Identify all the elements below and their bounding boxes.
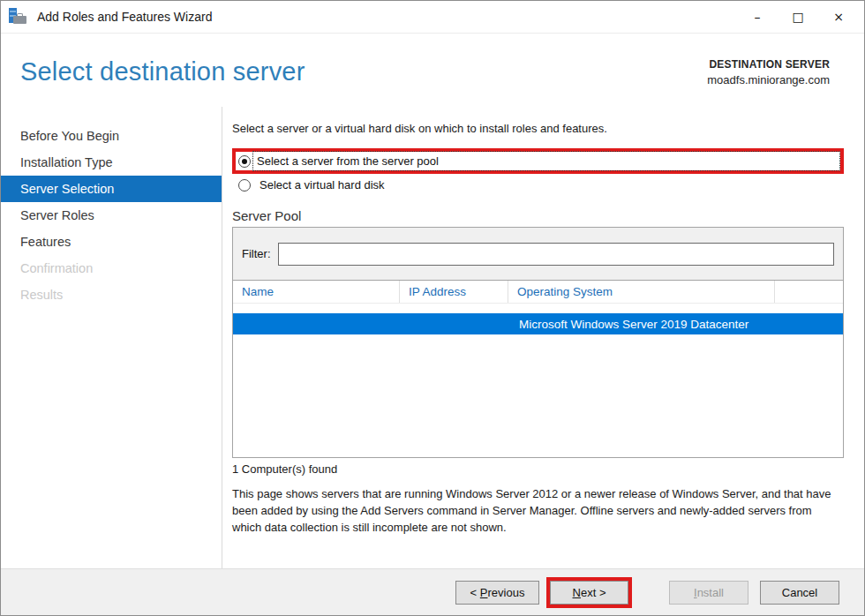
sidebar-item-confirmation: Confirmation xyxy=(1,255,222,282)
row-operating-system: Microsoft Windows Server 2019 Datacenter xyxy=(508,318,843,331)
minimize-button[interactable]: – xyxy=(737,1,778,33)
filter-label: Filter: xyxy=(242,247,271,260)
filter-input[interactable] xyxy=(278,243,835,266)
server-pool-title: Server Pool xyxy=(232,208,844,223)
server-pool-table[interactable]: Name IP Address Operating System Microso… xyxy=(232,280,844,458)
table-header-row: Name IP Address Operating System xyxy=(233,281,843,304)
destination-server-name: moadfs.miniorange.com xyxy=(707,73,830,86)
sidebar-item-results: Results xyxy=(1,282,222,308)
window-title: Add Roles and Features Wizard xyxy=(37,10,212,24)
page-note-text: This page shows servers that are running… xyxy=(232,485,844,536)
computers-found-text: 1 Computer(s) found xyxy=(232,462,844,476)
next-button[interactable]: Next > xyxy=(550,581,628,605)
wizard-steps-sidebar: Before You Begin Installation Type Serve… xyxy=(1,107,222,570)
sidebar-item-server-roles[interactable]: Server Roles xyxy=(1,202,222,229)
radio-selected-icon[interactable] xyxy=(238,155,251,168)
sidebar-item-server-selection[interactable]: Server Selection xyxy=(1,176,222,202)
wizard-content: Select a server or a virtual hard disk o… xyxy=(222,107,864,570)
install-button: Install xyxy=(669,581,748,605)
annotation-redbox-next-button: Next > xyxy=(546,577,632,608)
annotation-redbox-server-pool-radio: Select a server from the server pool xyxy=(232,148,844,174)
previous-button[interactable]: < Previous xyxy=(455,581,539,605)
sidebar-item-features[interactable]: Features xyxy=(1,229,222,255)
table-row-selected-server[interactable]: Microsoft Windows Server 2019 Datacenter xyxy=(233,313,843,334)
wizard-footer: < Previous Next > Install Cancel xyxy=(1,568,864,615)
redacted-name-ip-blur xyxy=(234,314,490,334)
sidebar-item-installation-type[interactable]: Installation Type xyxy=(1,149,222,176)
close-button[interactable]: × xyxy=(818,1,859,33)
column-header-ip-address[interactable]: IP Address xyxy=(400,281,508,303)
radio-option-vhd[interactable]: Select a virtual hard disk xyxy=(232,177,844,192)
radio-vhd-label: Select a virtual hard disk xyxy=(260,178,385,192)
destination-label: DESTINATION SERVER xyxy=(707,58,830,71)
wizard-body: Before You Begin Installation Type Serve… xyxy=(1,107,864,570)
focus-rectangle: Select a server from the server pool xyxy=(252,151,840,171)
window-controls: – □ × xyxy=(737,1,864,33)
page-title: Select destination server xyxy=(20,57,305,86)
column-header-operating-system[interactable]: Operating System xyxy=(508,281,775,303)
destination-block: DESTINATION SERVER moadfs.miniorange.com xyxy=(707,58,830,86)
title-bar: Add Roles and Features Wizard – □ × xyxy=(1,1,864,34)
column-header-spacer xyxy=(775,281,843,303)
maximize-button[interactable]: □ xyxy=(778,1,818,33)
wizard-header: Select destination server DESTINATION SE… xyxy=(1,34,864,107)
intro-text: Select a server or a virtual hard disk o… xyxy=(232,122,844,135)
filter-panel: Filter: xyxy=(232,227,844,281)
radio-option-server-pool[interactable]: Select a server from the server pool xyxy=(236,152,840,170)
radio-server-pool-label: Select a server from the server pool xyxy=(257,154,439,168)
column-header-name[interactable]: Name xyxy=(233,281,400,303)
wizard-window: Add Roles and Features Wizard – □ × Sele… xyxy=(0,0,865,616)
server-manager-icon xyxy=(9,8,28,26)
radio-unselected-icon[interactable] xyxy=(238,179,251,192)
cancel-button[interactable]: Cancel xyxy=(760,581,839,605)
sidebar-item-before-you-begin[interactable]: Before You Begin xyxy=(1,123,222,149)
